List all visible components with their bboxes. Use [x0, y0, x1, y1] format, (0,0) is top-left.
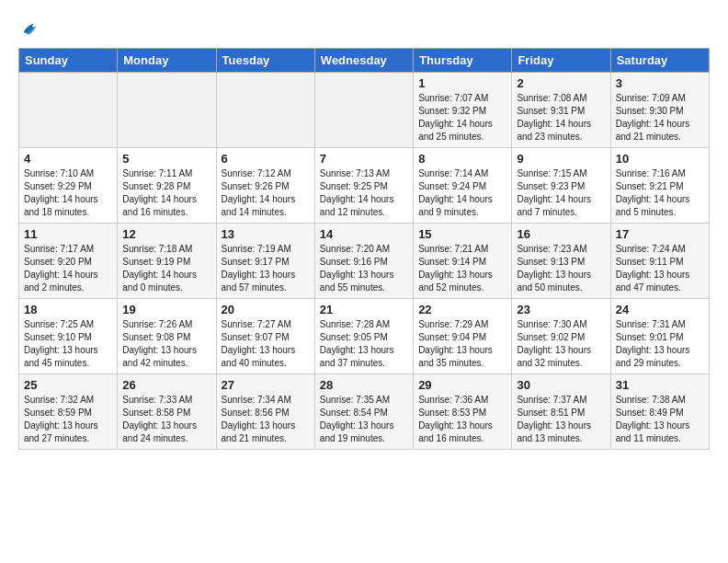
day-info: Sunrise: 7:15 AM Sunset: 9:23 PM Dayligh…: [517, 167, 605, 219]
day-info: Sunrise: 7:32 AM Sunset: 8:59 PM Dayligh…: [24, 394, 112, 445]
weekday-tuesday: Tuesday: [216, 49, 314, 73]
day-info: Sunrise: 7:14 AM Sunset: 9:24 PM Dayligh…: [418, 167, 506, 219]
weekday-thursday: Thursday: [414, 49, 512, 73]
weekday-sunday: Sunday: [19, 49, 118, 73]
logo-text: [18, 18, 42, 39]
week-row-5: 25Sunrise: 7:32 AM Sunset: 8:59 PM Dayli…: [19, 374, 710, 450]
calendar-cell: 10Sunrise: 7:16 AM Sunset: 9:21 PM Dayli…: [610, 148, 709, 224]
day-number: 23: [517, 303, 605, 316]
day-info: Sunrise: 7:17 AM Sunset: 9:20 PM Dayligh…: [24, 243, 112, 294]
day-info: Sunrise: 7:08 AM Sunset: 9:31 PM Dayligh…: [517, 92, 605, 144]
day-number: 14: [320, 227, 408, 241]
calendar-cell: 18Sunrise: 7:25 AM Sunset: 9:10 PM Dayli…: [19, 299, 118, 374]
calendar-cell: 3Sunrise: 7:09 AM Sunset: 9:30 PM Daylig…: [610, 73, 709, 148]
day-info: Sunrise: 7:13 AM Sunset: 9:25 PM Dayligh…: [320, 167, 408, 219]
day-number: 19: [122, 303, 210, 316]
calendar-cell: 27Sunrise: 7:34 AM Sunset: 8:56 PM Dayli…: [216, 374, 314, 450]
day-info: Sunrise: 7:16 AM Sunset: 9:21 PM Dayligh…: [616, 167, 704, 219]
day-info: Sunrise: 7:18 AM Sunset: 9:19 PM Dayligh…: [122, 243, 210, 294]
week-row-4: 18Sunrise: 7:25 AM Sunset: 9:10 PM Dayli…: [19, 299, 710, 374]
weekday-wednesday: Wednesday: [314, 49, 413, 73]
calendar-cell: 26Sunrise: 7:33 AM Sunset: 8:58 PM Dayli…: [118, 374, 216, 450]
day-number: 21: [320, 303, 408, 316]
day-info: Sunrise: 7:19 AM Sunset: 9:17 PM Dayligh…: [222, 243, 310, 294]
day-number: 12: [122, 227, 210, 241]
day-number: 15: [418, 227, 506, 241]
day-info: Sunrise: 7:11 AM Sunset: 9:28 PM Dayligh…: [122, 167, 210, 219]
calendar-cell: 11Sunrise: 7:17 AM Sunset: 9:20 PM Dayli…: [19, 224, 118, 299]
day-number: 17: [616, 227, 704, 241]
weekday-friday: Friday: [512, 49, 610, 73]
day-number: 16: [517, 227, 605, 241]
calendar-cell: 25Sunrise: 7:32 AM Sunset: 8:59 PM Dayli…: [19, 374, 118, 450]
calendar-cell: [216, 73, 314, 148]
calendar-cell: 22Sunrise: 7:29 AM Sunset: 9:04 PM Dayli…: [414, 299, 512, 374]
day-number: 7: [320, 152, 408, 166]
day-number: 9: [517, 152, 605, 166]
day-info: Sunrise: 7:12 AM Sunset: 9:26 PM Dayligh…: [222, 167, 310, 219]
calendar-cell: 20Sunrise: 7:27 AM Sunset: 9:07 PM Dayli…: [216, 299, 314, 374]
day-info: Sunrise: 7:23 AM Sunset: 9:13 PM Dayligh…: [517, 243, 605, 294]
weekday-header-row: SundayMondayTuesdayWednesdayThursdayFrid…: [19, 49, 710, 73]
day-number: 29: [418, 378, 506, 392]
calendar-cell: 19Sunrise: 7:26 AM Sunset: 9:08 PM Dayli…: [118, 299, 216, 374]
day-info: Sunrise: 7:07 AM Sunset: 9:32 PM Dayligh…: [418, 92, 506, 144]
week-row-1: 1Sunrise: 7:07 AM Sunset: 9:32 PM Daylig…: [19, 73, 710, 148]
day-number: 5: [122, 152, 210, 166]
day-number: 10: [616, 152, 704, 166]
calendar-cell: 14Sunrise: 7:20 AM Sunset: 9:16 PM Dayli…: [314, 224, 413, 299]
calendar-cell: 30Sunrise: 7:37 AM Sunset: 8:51 PM Dayli…: [512, 374, 610, 450]
day-number: 30: [517, 378, 605, 392]
day-info: Sunrise: 7:10 AM Sunset: 9:29 PM Dayligh…: [24, 167, 112, 219]
weekday-saturday: Saturday: [610, 49, 709, 73]
calendar-cell: 15Sunrise: 7:21 AM Sunset: 9:14 PM Dayli…: [414, 224, 512, 299]
day-number: 25: [24, 378, 112, 392]
calendar-cell: 24Sunrise: 7:31 AM Sunset: 9:01 PM Dayli…: [610, 299, 709, 374]
day-info: Sunrise: 7:25 AM Sunset: 9:10 PM Dayligh…: [24, 318, 112, 370]
calendar-cell: 17Sunrise: 7:24 AM Sunset: 9:11 PM Dayli…: [610, 224, 709, 299]
page: SundayMondayTuesdayWednesdayThursdayFrid…: [0, 0, 728, 459]
day-info: Sunrise: 7:20 AM Sunset: 9:16 PM Dayligh…: [320, 243, 408, 294]
day-number: 18: [24, 303, 112, 316]
logo-bird-icon: [20, 18, 40, 39]
weekday-monday: Monday: [118, 49, 216, 73]
day-number: 13: [222, 227, 310, 241]
calendar-cell: 2Sunrise: 7:08 AM Sunset: 9:31 PM Daylig…: [512, 73, 610, 148]
calendar-cell: 4Sunrise: 7:10 AM Sunset: 9:29 PM Daylig…: [19, 148, 118, 224]
day-number: 2: [517, 76, 605, 90]
day-number: 4: [24, 152, 112, 166]
calendar-cell: 31Sunrise: 7:38 AM Sunset: 8:49 PM Dayli…: [610, 374, 709, 450]
calendar-cell: 12Sunrise: 7:18 AM Sunset: 9:19 PM Dayli…: [118, 224, 216, 299]
day-info: Sunrise: 7:24 AM Sunset: 9:11 PM Dayligh…: [616, 243, 704, 294]
day-number: 26: [122, 378, 210, 392]
calendar-cell: 29Sunrise: 7:36 AM Sunset: 8:53 PM Dayli…: [414, 374, 512, 450]
calendar-cell: 23Sunrise: 7:30 AM Sunset: 9:02 PM Dayli…: [512, 299, 610, 374]
day-info: Sunrise: 7:21 AM Sunset: 9:14 PM Dayligh…: [418, 243, 506, 294]
day-info: Sunrise: 7:37 AM Sunset: 8:51 PM Dayligh…: [517, 394, 605, 445]
day-number: 22: [418, 303, 506, 316]
calendar-cell: 8Sunrise: 7:14 AM Sunset: 9:24 PM Daylig…: [414, 148, 512, 224]
day-info: Sunrise: 7:28 AM Sunset: 9:05 PM Dayligh…: [320, 318, 408, 370]
calendar-cell: 21Sunrise: 7:28 AM Sunset: 9:05 PM Dayli…: [314, 299, 413, 374]
day-info: Sunrise: 7:30 AM Sunset: 9:02 PM Dayligh…: [517, 318, 605, 370]
day-number: 1: [418, 76, 506, 90]
calendar-cell: [314, 73, 413, 148]
day-number: 28: [320, 378, 408, 392]
day-info: Sunrise: 7:31 AM Sunset: 9:01 PM Dayligh…: [616, 318, 704, 370]
calendar-cell: 5Sunrise: 7:11 AM Sunset: 9:28 PM Daylig…: [118, 148, 216, 224]
calendar-cell: 13Sunrise: 7:19 AM Sunset: 9:17 PM Dayli…: [216, 224, 314, 299]
calendar-cell: 1Sunrise: 7:07 AM Sunset: 9:32 PM Daylig…: [414, 73, 512, 148]
day-number: 11: [24, 227, 112, 241]
calendar-cell: 6Sunrise: 7:12 AM Sunset: 9:26 PM Daylig…: [216, 148, 314, 224]
day-number: 3: [616, 76, 704, 90]
calendar-cell: [19, 73, 118, 148]
header: [18, 18, 710, 39]
week-row-3: 11Sunrise: 7:17 AM Sunset: 9:20 PM Dayli…: [19, 224, 710, 299]
calendar-cell: 9Sunrise: 7:15 AM Sunset: 9:23 PM Daylig…: [512, 148, 610, 224]
day-info: Sunrise: 7:27 AM Sunset: 9:07 PM Dayligh…: [222, 318, 310, 370]
calendar-cell: 7Sunrise: 7:13 AM Sunset: 9:25 PM Daylig…: [314, 148, 413, 224]
day-info: Sunrise: 7:33 AM Sunset: 8:58 PM Dayligh…: [122, 394, 210, 445]
day-info: Sunrise: 7:29 AM Sunset: 9:04 PM Dayligh…: [418, 318, 506, 370]
day-info: Sunrise: 7:26 AM Sunset: 9:08 PM Dayligh…: [122, 318, 210, 370]
day-info: Sunrise: 7:34 AM Sunset: 8:56 PM Dayligh…: [222, 394, 310, 445]
